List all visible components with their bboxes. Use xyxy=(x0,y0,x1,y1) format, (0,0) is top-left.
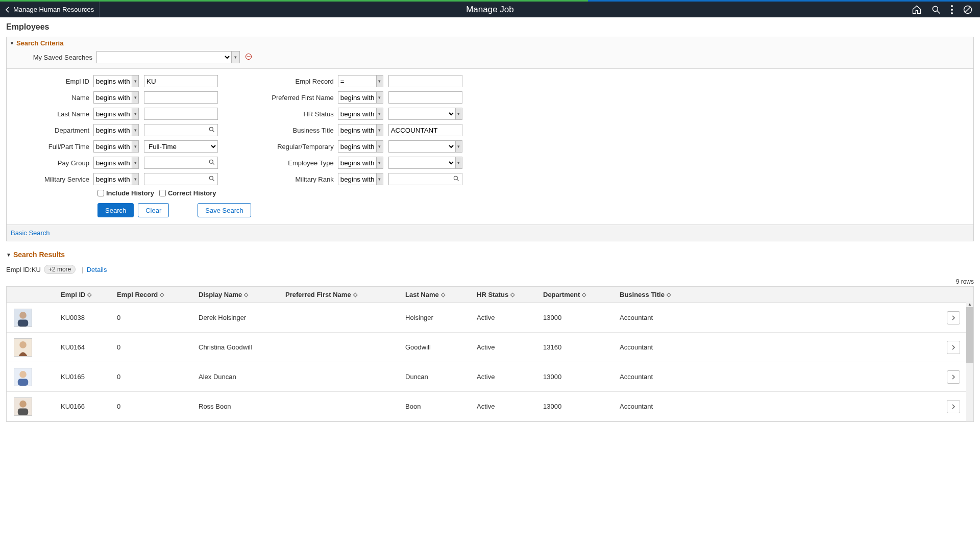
business-title-operator[interactable] xyxy=(338,124,376,136)
name-operator[interactable] xyxy=(93,91,132,104)
empl-record-input[interactable] xyxy=(388,75,462,87)
last-name-operator[interactable] xyxy=(93,108,132,120)
empl-record-operator[interactable] xyxy=(338,75,376,87)
basic-search-link[interactable]: Basic Search xyxy=(11,229,50,237)
pref-first-input[interactable] xyxy=(388,91,462,104)
military-service-input[interactable] xyxy=(144,173,218,185)
chevron-down-icon[interactable]: ▾ xyxy=(376,91,383,104)
chevron-down-icon[interactable]: ▾ xyxy=(376,75,383,87)
lookup-icon[interactable] xyxy=(208,159,215,167)
emptype-operator[interactable] xyxy=(338,157,376,169)
search-button[interactable]: Search xyxy=(97,203,134,217)
name-input[interactable] xyxy=(144,91,218,104)
business-title-input[interactable] xyxy=(388,124,462,136)
details-link[interactable]: Details xyxy=(87,266,107,273)
emptype-select[interactable] xyxy=(388,157,455,169)
chevron-down-icon[interactable]: ▾ xyxy=(132,173,139,185)
chevron-down-icon[interactable]: ▾ xyxy=(132,124,139,136)
table-row[interactable]: KU0165 0 Alex Duncan Duncan Active 13000… xyxy=(7,362,973,392)
hr-status-operator[interactable] xyxy=(338,108,376,120)
empl-id-input[interactable] xyxy=(144,75,218,87)
regtemp-select[interactable] xyxy=(388,140,455,153)
cell-last-name: Goodwill xyxy=(402,343,474,351)
regtemp-operator[interactable] xyxy=(338,140,376,153)
include-history-checkbox[interactable]: Include History xyxy=(97,189,154,197)
collapse-arrow-icon: ▼ xyxy=(10,41,14,46)
chevron-down-icon[interactable]: ▾ xyxy=(376,157,383,169)
search-results-header[interactable]: ▼ Search Results xyxy=(6,251,974,259)
military-rank-operator[interactable] xyxy=(338,173,376,185)
chevron-down-icon[interactable]: ▾ xyxy=(376,140,383,153)
chevron-down-icon[interactable]: ▾ xyxy=(455,157,462,169)
last-name-input[interactable] xyxy=(144,108,218,120)
table-row[interactable]: KU0164 0 Christina Goodwill Goodwill Act… xyxy=(7,333,973,362)
remove-saved-search-icon[interactable] xyxy=(245,53,252,62)
chevron-down-icon: ▾ xyxy=(234,55,237,60)
scroll-up-icon[interactable]: ▲ xyxy=(966,301,973,307)
table-row[interactable]: KU0038 0 Derek Holsinger Holsinger Activ… xyxy=(7,303,973,333)
col-department[interactable]: Department◇ xyxy=(540,291,617,298)
lookup-icon[interactable] xyxy=(208,126,215,135)
paygroup-input[interactable] xyxy=(144,157,218,169)
col-display-name[interactable]: Display Name◇ xyxy=(195,291,282,298)
chevron-down-icon[interactable]: ▾ xyxy=(132,91,139,104)
vertical-scrollbar[interactable]: ▲ xyxy=(966,301,973,421)
back-nav[interactable]: Manage Human Resources xyxy=(0,2,100,17)
saved-searches-dropdown-btn[interactable]: ▾ xyxy=(232,51,240,63)
chevron-down-icon[interactable]: ▾ xyxy=(132,75,139,87)
table-row[interactable]: KU0166 0 Ross Boon Boon Active 13000 Acc… xyxy=(7,392,973,421)
military-rank-input[interactable] xyxy=(388,173,462,185)
col-pref-first[interactable]: Preferred First Name◇ xyxy=(282,291,402,298)
scrollbar-thumb[interactable] xyxy=(966,307,973,363)
fullpart-operator[interactable] xyxy=(93,140,132,153)
svg-line-12 xyxy=(213,163,214,165)
row-chevron-button[interactable] xyxy=(947,370,960,384)
avatar xyxy=(14,368,32,386)
lookup-icon[interactable] xyxy=(453,175,460,184)
chevron-down-icon[interactable]: ▾ xyxy=(132,157,139,169)
chevron-down-icon[interactable]: ▾ xyxy=(132,108,139,120)
cell-hr-status: Active xyxy=(474,403,540,410)
search-icon[interactable] xyxy=(931,5,941,15)
row-chevron-button[interactable] xyxy=(947,311,960,324)
department-input[interactable] xyxy=(144,124,218,136)
chevron-left-icon xyxy=(5,7,10,13)
department-operator[interactable] xyxy=(93,124,132,136)
sort-icon: ◇ xyxy=(582,291,586,298)
kebab-menu-icon[interactable] xyxy=(950,5,953,15)
fullpart-select[interactable]: Full-Time xyxy=(144,140,218,153)
col-last-name[interactable]: Last Name◇ xyxy=(402,291,474,298)
chevron-down-icon[interactable]: ▾ xyxy=(132,140,139,153)
filter-chip-more[interactable]: +2 more xyxy=(44,265,76,274)
chevron-down-icon[interactable]: ▾ xyxy=(455,108,462,120)
correct-history-checkbox[interactable]: Correct History xyxy=(159,189,216,197)
col-empl-record[interactable]: Empl Record◇ xyxy=(114,291,195,298)
military-service-operator[interactable] xyxy=(93,173,132,185)
cell-business-title: Accountant xyxy=(617,343,708,351)
saved-searches-select[interactable] xyxy=(96,51,232,63)
search-criteria-panel: ▼ Search Criteria My Saved Searches ▾ Em… xyxy=(6,37,974,241)
pref-first-operator[interactable] xyxy=(338,91,376,104)
col-business-title[interactable]: Business Title◇ xyxy=(617,291,708,298)
clear-button[interactable]: Clear xyxy=(138,203,169,217)
lookup-icon[interactable] xyxy=(208,175,215,184)
hr-status-select[interactable] xyxy=(388,108,455,120)
cell-department: 13000 xyxy=(540,314,617,321)
cell-empl-record: 0 xyxy=(114,403,195,410)
row-chevron-button[interactable] xyxy=(947,400,960,413)
disable-icon[interactable] xyxy=(963,5,973,15)
hr-status-label: HR Status xyxy=(251,110,338,118)
col-empl-id[interactable]: Empl ID◇ xyxy=(58,291,114,298)
search-criteria-header[interactable]: ▼ Search Criteria xyxy=(7,37,973,49)
home-icon[interactable] xyxy=(912,5,922,15)
chevron-down-icon[interactable]: ▾ xyxy=(376,173,383,185)
chevron-down-icon[interactable]: ▾ xyxy=(376,108,383,120)
chevron-down-icon[interactable]: ▾ xyxy=(376,124,383,136)
empl-id-operator[interactable] xyxy=(93,75,132,87)
row-chevron-button[interactable] xyxy=(947,341,960,354)
chevron-down-icon[interactable]: ▾ xyxy=(455,140,462,153)
save-search-button[interactable]: Save Search xyxy=(198,203,251,217)
paygroup-label: Pay Group xyxy=(7,159,93,167)
col-hr-status[interactable]: HR Status◇ xyxy=(474,291,540,298)
paygroup-operator[interactable] xyxy=(93,157,132,169)
